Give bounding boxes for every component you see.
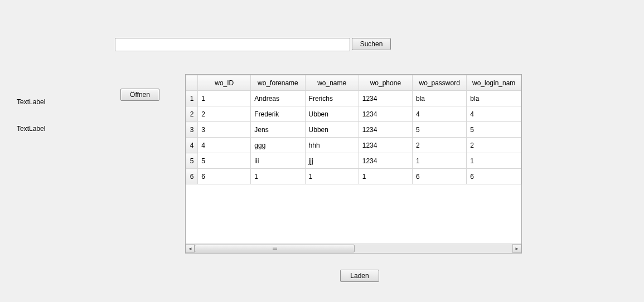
cell[interactable]: Jens [251,122,305,138]
scroll-thumb[interactable] [195,245,355,252]
cell[interactable]: 5 [413,122,467,138]
col-header[interactable]: wo_phone [359,75,412,91]
scroll-left-arrow-icon[interactable]: ◄ [186,244,195,253]
table-row[interactable]: 3 3 Jens Ubben 1234 5 5 [186,122,521,138]
cell[interactable]: 1 [359,169,412,184]
cell[interactable]: 1234 [359,106,412,122]
cell[interactable]: 2 [413,138,467,153]
table-row[interactable]: 6 6 1 1 1 6 6 [186,169,521,184]
horizontal-scrollbar[interactable]: ◄ ► [186,243,521,253]
cell[interactable]: 6 [198,169,251,184]
cell[interactable]: 1234 [359,91,412,106]
col-header[interactable]: wo_password [413,75,467,91]
table-row[interactable]: 2 2 Frederik Ubben 1234 4 4 [186,106,521,122]
cell[interactable]: Ubben [305,122,359,138]
cell[interactable]: 1 [413,153,467,169]
cell[interactable]: 2 [467,138,521,153]
table-row[interactable]: 5 5 iii jjj 1234 1 1 [186,153,521,169]
cell[interactable]: 5 [467,122,521,138]
row-number: 4 [186,138,198,153]
cell[interactable]: bla [413,91,467,106]
cell[interactable]: hhh [305,138,359,153]
cell[interactable]: 3 [198,122,251,138]
cell[interactable]: 2 [198,106,251,122]
cell[interactable]: bla [467,91,521,106]
cell[interactable]: 4 [467,106,521,122]
cell[interactable]: jjj [305,153,359,169]
row-number: 5 [186,153,198,169]
scroll-grip-icon [273,247,277,250]
cell[interactable]: 6 [413,169,467,184]
row-number: 2 [186,106,198,122]
cell[interactable]: 1234 [359,122,412,138]
data-table: wo_ID wo_forename wo_name wo_phone wo_pa… [186,75,521,184]
scroll-right-arrow-icon[interactable]: ► [512,244,521,253]
cell[interactable]: iii [251,153,305,169]
cell[interactable]: Andreas [251,91,305,106]
table-header-row: wo_ID wo_forename wo_name wo_phone wo_pa… [186,75,521,91]
table-row[interactable]: 1 1 Andreas Frerichs 1234 bla bla [186,91,521,106]
cell[interactable]: 4 [198,138,251,153]
row-number: 3 [186,122,198,138]
table-row[interactable]: 4 4 ggg hhh 1234 2 2 [186,138,521,153]
search-button[interactable]: Suchen [352,38,391,50]
window-root: Suchen Öffnen TextLabel TextLabel wo_ID … [0,0,644,302]
search-input[interactable] [115,38,350,51]
cell[interactable]: 5 [198,153,251,169]
table-corner [186,75,198,91]
cell[interactable]: 1234 [359,138,412,153]
cell[interactable]: Frederik [251,106,305,122]
cell[interactable]: ggg [251,138,305,153]
data-grid[interactable]: wo_ID wo_forename wo_name wo_phone wo_pa… [185,74,522,254]
cell[interactable]: 1234 [359,153,412,169]
row-number: 6 [186,169,198,184]
scroll-track[interactable] [195,244,512,253]
open-button[interactable]: Öffnen [120,89,159,101]
cell[interactable]: 6 [467,169,521,184]
text-label-1: TextLabel [17,98,45,106]
cell[interactable]: 1 [251,169,305,184]
data-grid-viewport: wo_ID wo_forename wo_name wo_phone wo_pa… [186,75,521,244]
text-label-2: TextLabel [17,125,45,133]
cell[interactable]: 4 [413,106,467,122]
col-header[interactable]: wo_forename [251,75,305,91]
col-header[interactable]: wo_login_nam [467,75,521,91]
cell[interactable]: 1 [198,91,251,106]
load-button[interactable]: Laden [340,270,379,282]
col-header[interactable]: wo_ID [198,75,251,91]
col-header[interactable]: wo_name [305,75,359,91]
row-number: 1 [186,91,198,106]
cell[interactable]: 1 [305,169,359,184]
cell[interactable]: 1 [467,153,521,169]
cell[interactable]: Frerichs [305,91,359,106]
cell[interactable]: Ubben [305,106,359,122]
